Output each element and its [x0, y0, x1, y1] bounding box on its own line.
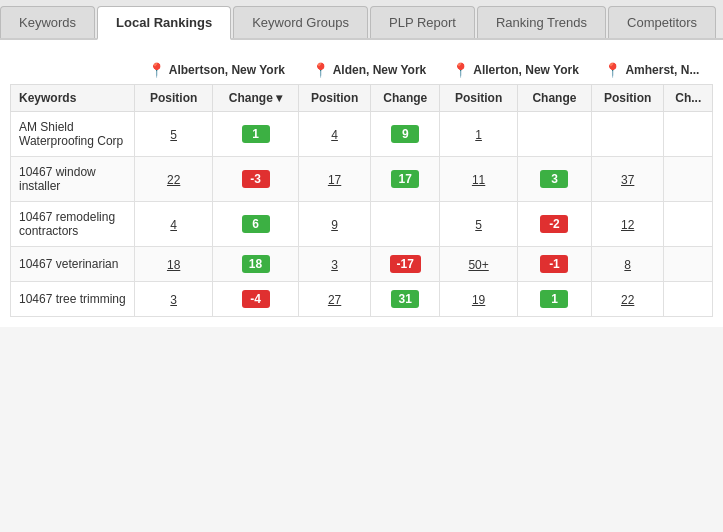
data-cell-r4-c4: 19 [440, 282, 518, 317]
table-row: AM Shield Waterproofing Corp51491 [11, 112, 713, 157]
col-position-2: Position [298, 85, 371, 112]
data-cell-r3-c6: 8 [591, 247, 664, 282]
table-row: 10467 remodeling contractors4695-212 [11, 202, 713, 247]
tab-competitors[interactable]: Competitors [608, 6, 716, 38]
data-cell-r4-c6: 22 [591, 282, 664, 317]
position-value: 18 [167, 258, 180, 272]
col-change-2: Change [371, 85, 440, 112]
data-cell-r3-c0: 18 [135, 247, 213, 282]
location-allerton: 📍 Allerton, New York [440, 56, 592, 85]
data-cell-r2-c3 [371, 202, 440, 247]
change-badge: -3 [242, 170, 270, 188]
data-cell-r2-c5: -2 [518, 202, 592, 247]
data-cell-r1-c2: 17 [298, 157, 371, 202]
data-cell-r2-c2: 9 [298, 202, 371, 247]
table-row: 10467 veterinarian18183-1750+-18 [11, 247, 713, 282]
tab-keywords[interactable]: Keywords [0, 6, 95, 38]
table-body: AM Shield Waterproofing Corp5149110467 w… [11, 112, 713, 317]
data-cell-r2-c6: 12 [591, 202, 664, 247]
keyword-cell-3: 10467 veterinarian [11, 247, 135, 282]
position-value: 22 [167, 173, 180, 187]
data-cell-r3-c4: 50+ [440, 247, 518, 282]
location-albertson-label: Albertson, New York [169, 63, 285, 77]
data-cell-r2-c0: 4 [135, 202, 213, 247]
change-badge: -1 [540, 255, 568, 273]
col-keywords: Keywords [11, 85, 135, 112]
data-cell-r4-c1: -4 [213, 282, 299, 317]
data-cell-r0-c5 [518, 112, 592, 157]
col-position-1: Position [135, 85, 213, 112]
data-cell-r4-c7 [664, 282, 713, 317]
position-value: 1 [475, 128, 482, 142]
position-value: 22 [621, 293, 634, 307]
table-row: 10467 window installer22-3171711337 [11, 157, 713, 202]
data-cell-r0-c7 [664, 112, 713, 157]
position-value: 11 [472, 173, 485, 187]
main-content: 📍 Albertson, New York 📍 Alden, New York … [0, 40, 723, 327]
change-badge: 1 [242, 125, 270, 143]
position-value: 17 [328, 173, 341, 187]
change-badge: -17 [390, 255, 421, 273]
data-cell-r3-c3: -17 [371, 247, 440, 282]
data-cell-r4-c5: 1 [518, 282, 592, 317]
data-cell-r4-c3: 31 [371, 282, 440, 317]
position-value: 3 [331, 258, 338, 272]
location-alden-label: Alden, New York [333, 63, 427, 77]
data-cell-r1-c7 [664, 157, 713, 202]
position-value: 5 [170, 128, 177, 142]
tab-local-rankings[interactable]: Local Rankings [97, 6, 231, 40]
col-change-4: Ch... [664, 85, 713, 112]
data-cell-r0-c4: 1 [440, 112, 518, 157]
change-badge: 3 [540, 170, 568, 188]
location-albertson: 📍 Albertson, New York [135, 56, 299, 85]
data-cell-r0-c3: 9 [371, 112, 440, 157]
tab-keyword-groups[interactable]: Keyword Groups [233, 6, 368, 38]
data-cell-r1-c5: 3 [518, 157, 592, 202]
data-cell-r1-c4: 11 [440, 157, 518, 202]
change-badge: 9 [391, 125, 419, 143]
location-header-row: 📍 Albertson, New York 📍 Alden, New York … [11, 56, 713, 85]
keyword-cell-2: 10467 remodeling contractors [11, 202, 135, 247]
data-cell-r2-c4: 5 [440, 202, 518, 247]
table-row: 10467 tree trimming3-4273119122 [11, 282, 713, 317]
data-cell-r3-c1: 18 [213, 247, 299, 282]
position-value: 50+ [468, 258, 488, 272]
position-value: 12 [621, 218, 634, 232]
data-cell-r3-c7 [664, 247, 713, 282]
col-position-3: Position [440, 85, 518, 112]
col-position-4: Position [591, 85, 664, 112]
keyword-cell-1: 10467 window installer [11, 157, 135, 202]
data-cell-r1-c6: 37 [591, 157, 664, 202]
data-cell-r4-c2: 27 [298, 282, 371, 317]
data-cell-r0-c0: 5 [135, 112, 213, 157]
keywords-label-empty [11, 56, 135, 85]
col-change-1[interactable]: Change ▾ [213, 85, 299, 112]
data-cell-r0-c1: 1 [213, 112, 299, 157]
location-amherst: 📍 Amherst, N... [591, 56, 712, 85]
data-cell-r0-c2: 4 [298, 112, 371, 157]
change-badge: 17 [391, 170, 419, 188]
data-cell-r2-c7 [664, 202, 713, 247]
pin-icon-allerton: 📍 [452, 62, 469, 78]
location-alden: 📍 Alden, New York [298, 56, 439, 85]
pin-icon-albertson: 📍 [148, 62, 165, 78]
position-value: 5 [475, 218, 482, 232]
data-cell-r1-c3: 17 [371, 157, 440, 202]
pin-icon-amherst: 📍 [604, 62, 621, 78]
change-badge: 1 [540, 290, 568, 308]
tab-plp-report[interactable]: PLP Report [370, 6, 475, 38]
position-value: 8 [624, 258, 631, 272]
column-header-row: Keywords Position Change ▾ Position Chan… [11, 85, 713, 112]
position-value: 4 [331, 128, 338, 142]
pin-icon-alden: 📍 [312, 62, 329, 78]
location-amherst-label: Amherst, N... [625, 63, 699, 77]
location-allerton-label: Allerton, New York [473, 63, 579, 77]
tab-ranking-trends[interactable]: Ranking Trends [477, 6, 606, 38]
data-cell-r3-c2: 3 [298, 247, 371, 282]
tab-bar: KeywordsLocal RankingsKeyword GroupsPLP … [0, 0, 723, 40]
change-badge: -2 [540, 215, 568, 233]
keyword-cell-4: 10467 tree trimming [11, 282, 135, 317]
rankings-table: 📍 Albertson, New York 📍 Alden, New York … [10, 56, 713, 317]
position-value: 3 [170, 293, 177, 307]
position-value: 19 [472, 293, 485, 307]
